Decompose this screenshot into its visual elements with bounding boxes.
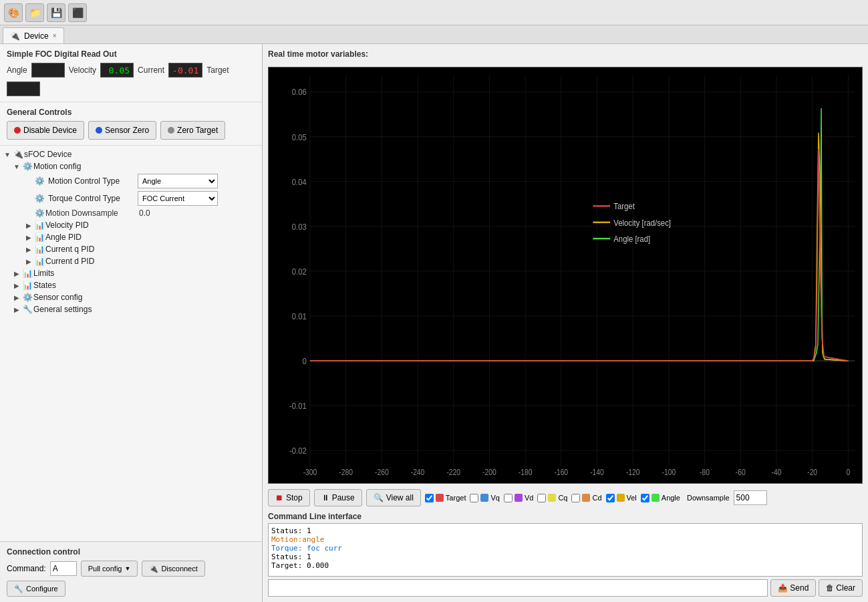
- save-button[interactable]: 💾: [47, 3, 65, 22]
- sfoc-device-label: sFOC Device: [24, 150, 71, 159]
- stop-button[interactable]: ⏹ Stop: [268, 489, 310, 506]
- cd-checkbox-label[interactable]: Cd: [571, 494, 601, 502]
- sfoc-expand-icon[interactable]: ▼: [3, 151, 12, 158]
- angle-pid-expand-icon[interactable]: ▶: [24, 234, 33, 241]
- vd-checkbox[interactable]: [504, 494, 513, 502]
- zero-target-label: Zero Target: [177, 126, 218, 135]
- new-button[interactable]: 🎨: [4, 3, 23, 22]
- svg-text:-200: -200: [482, 468, 496, 476]
- sensor-config-label: Sensor config: [33, 293, 82, 302]
- tab-close-icon[interactable]: ×: [53, 32, 57, 39]
- send-icon: 📤: [778, 583, 788, 593]
- vel-cb-label: Vel: [627, 494, 637, 502]
- torque-control-type-select[interactable]: FOC Current DC Current Voltage: [138, 191, 218, 206]
- tree-item-limits[interactable]: ▶ 📊 Limits: [0, 267, 262, 279]
- current-label: Current: [138, 65, 164, 75]
- tree-item-angle-pid[interactable]: ▶ 📊 Angle PID: [0, 231, 262, 243]
- tree-item-velocity-pid[interactable]: ▶ 📊 Velocity PID: [0, 219, 262, 231]
- angle-checkbox-label[interactable]: Angle: [641, 494, 680, 502]
- disconnect-icon: 🔌: [149, 565, 158, 573]
- svg-text:Target: Target: [613, 201, 635, 211]
- states-expand-icon[interactable]: ▶: [12, 282, 21, 289]
- motion-control-type-select[interactable]: Angle Velocity Torque Angle Openloop Vel…: [138, 174, 218, 188]
- motion-control-type-icon: ⚙️: [33, 176, 45, 186]
- angle-checkbox[interactable]: [641, 494, 649, 502]
- vel-legend-color: [617, 494, 625, 502]
- svg-text:-300: -300: [303, 468, 317, 476]
- general-settings-icon: 🔧: [21, 305, 33, 314]
- tree-item-current-d-pid[interactable]: ▶ 📊 Current d PID: [0, 255, 262, 267]
- send-button[interactable]: 📤 Send: [770, 579, 816, 597]
- motion-config-expand-icon[interactable]: ▼: [12, 163, 21, 170]
- limits-expand-icon[interactable]: ▶: [12, 270, 21, 277]
- limits-label: Limits: [33, 269, 54, 278]
- torque-control-type-icon: ⚙️: [33, 194, 45, 203]
- target-legend-color: [436, 494, 444, 502]
- current-value: -0.01: [168, 63, 202, 78]
- svg-text:-280: -280: [339, 468, 353, 476]
- pause-icon: ⏸: [321, 493, 329, 502]
- terminal-button[interactable]: ⬛: [68, 3, 87, 22]
- velocity-pid-expand-icon[interactable]: ▶: [24, 222, 33, 229]
- tab-label: Device: [24, 31, 49, 41]
- cq-legend-color: [548, 494, 556, 502]
- disconnect-button[interactable]: 🔌 Disconnect: [142, 561, 204, 577]
- vq-checkbox[interactable]: [470, 494, 478, 502]
- cd-checkbox[interactable]: [571, 494, 580, 502]
- general-settings-expand-icon[interactable]: ▶: [12, 306, 21, 313]
- left-panel: Simple FOC Digital Read Out Angle Veloci…: [0, 44, 263, 602]
- view-all-button[interactable]: 🔍 View all: [366, 489, 421, 506]
- digital-row: Angle Velocity 0.05 Current -0.01 Target: [7, 63, 255, 96]
- cli-output: Status: 1 Motion:angle Torque: foc curr …: [268, 523, 863, 577]
- sensor-zero-button[interactable]: Sensor Zero: [88, 121, 156, 140]
- current-d-expand-icon[interactable]: ▶: [24, 258, 33, 265]
- current-q-pid-label: Current q PID: [45, 245, 94, 254]
- target-checkbox-label[interactable]: Target: [425, 494, 466, 502]
- digital-readout-section: Simple FOC Digital Read Out Angle Veloci…: [0, 44, 262, 102]
- disable-device-button[interactable]: Disable Device: [7, 121, 84, 140]
- vd-checkbox-label[interactable]: Vd: [504, 494, 533, 502]
- downsample-input[interactable]: [734, 490, 767, 505]
- stop-icon: ⏹: [275, 493, 283, 502]
- pause-button[interactable]: ⏸ Pause: [314, 489, 362, 506]
- tree-item-general-settings[interactable]: ▶ 🔧 General settings: [0, 303, 262, 315]
- cli-line-1: Status: 1: [271, 526, 859, 535]
- cli-line-5: Target: 0.000: [271, 561, 859, 570]
- clear-button[interactable]: 🗑 Clear: [819, 579, 863, 597]
- tree-item-sensor-config[interactable]: ▶ ⚙️ Sensor config: [0, 291, 262, 303]
- pause-label: Pause: [332, 493, 355, 502]
- svg-text:0: 0: [302, 356, 306, 366]
- vq-cb-label: Vq: [490, 494, 499, 502]
- tab-icon: 🔌: [10, 31, 20, 41]
- chart-title: Real time motor variables:: [268, 49, 863, 59]
- motion-downsample-label: Motion Downsample: [45, 208, 139, 218]
- send-label: Send: [790, 583, 809, 593]
- vel-checkbox[interactable]: [606, 494, 615, 502]
- pull-config-button[interactable]: Pull config ▼: [81, 561, 138, 577]
- cq-checkbox-label[interactable]: Cq: [537, 494, 567, 502]
- command-input[interactable]: [50, 561, 77, 576]
- zero-target-button[interactable]: Zero Target: [160, 121, 225, 140]
- tree-row-motion-downsample: ⚙️ Motion Downsample 0.0: [0, 207, 262, 219]
- svg-text:-80: -80: [700, 468, 710, 476]
- angle-pid-icon: 📊: [33, 233, 45, 242]
- tabbar: 🔌 Device ×: [0, 25, 868, 44]
- tree-item-motion-config[interactable]: ▼ ⚙️ Motion config: [0, 160, 262, 172]
- tree-item-states[interactable]: ▶ 📊 States: [0, 279, 262, 291]
- tree-item-current-q-pid[interactable]: ▶ 📊 Current q PID: [0, 243, 262, 255]
- svg-text:0.02: 0.02: [292, 267, 307, 277]
- vel-checkbox-label[interactable]: Vel: [606, 494, 637, 502]
- cli-input-field[interactable]: [268, 579, 768, 597]
- configure-button[interactable]: 🔧 Configure: [7, 581, 65, 597]
- device-tab[interactable]: 🔌 Device ×: [3, 27, 64, 43]
- cq-checkbox[interactable]: [537, 494, 546, 502]
- target-value: [7, 82, 40, 96]
- current-q-expand-icon[interactable]: ▶: [24, 246, 33, 253]
- sensor-config-expand-icon[interactable]: ▶: [12, 294, 21, 301]
- vq-checkbox-label[interactable]: Vq: [470, 494, 499, 502]
- open-button[interactable]: 📁: [25, 3, 44, 22]
- tree-item-sfoc-device[interactable]: ▼ 🔌 sFOC Device: [0, 148, 262, 160]
- device-tree: ▼ 🔌 sFOC Device ▼ ⚙️ Motion config ⚙️ Mo…: [0, 146, 262, 541]
- target-checkbox[interactable]: [425, 494, 434, 502]
- angle-value: [31, 63, 65, 78]
